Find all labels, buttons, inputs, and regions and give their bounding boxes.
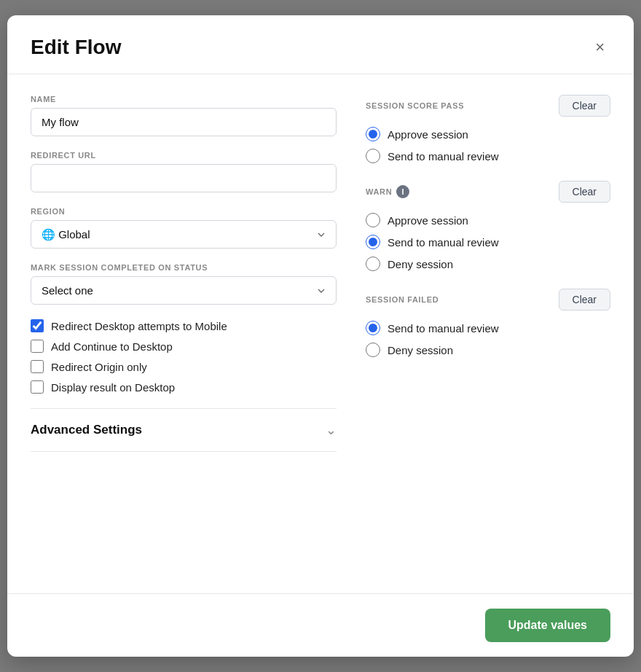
- left-column: NAME REDIRECT URL REGION 🌐 Global MARK S…: [31, 95, 337, 573]
- session-score-pass-section: SESSION SCORE PASS Clear Approve session…: [366, 95, 610, 163]
- advanced-settings-label: Advanced Settings: [31, 423, 142, 437]
- session-score-pass-radio-group: Approve session Send to manual review: [366, 127, 610, 163]
- warn-manual-review-label: Send to manual review: [388, 236, 499, 249]
- advanced-settings-section[interactable]: Advanced Settings ⌄: [31, 408, 337, 452]
- add-continue-desktop-checkbox[interactable]: [31, 340, 44, 353]
- edit-flow-modal: Edit Flow × NAME REDIRECT URL REGION 🌐 G…: [7, 15, 634, 657]
- redirect-url-field-group: REDIRECT URL: [31, 151, 337, 192]
- region-select[interactable]: 🌐 Global: [31, 220, 337, 249]
- warn-header: WARN i Clear: [366, 181, 610, 203]
- session-score-pass-approve-radio[interactable]: [366, 127, 380, 141]
- warn-manual-review-radio[interactable]: [366, 235, 380, 249]
- session-failed-header: SESSION FAILED Clear: [366, 289, 610, 310]
- session-failed-section: SESSION FAILED Clear Send to manual revi…: [366, 289, 610, 357]
- warn-deny-radio[interactable]: [366, 257, 380, 271]
- session-failed-deny-radio[interactable]: [366, 343, 380, 357]
- warn-deny-label: Deny session: [388, 258, 453, 270]
- modal-header: Edit Flow ×: [7, 15, 634, 74]
- session-failed-manual-review-radio[interactable]: [366, 321, 380, 335]
- session-score-pass-approve-row[interactable]: Approve session: [366, 127, 610, 141]
- redirect-desktop-checkbox[interactable]: [31, 319, 44, 332]
- warn-approve-radio[interactable]: [366, 213, 380, 227]
- session-score-pass-manual-review-label: Send to manual review: [388, 150, 499, 163]
- chevron-down-icon: ⌄: [326, 422, 337, 438]
- mark-session-select[interactable]: Select one: [31, 276, 337, 305]
- redirect-origin-only-label: Redirect Origin only: [51, 361, 147, 373]
- display-result-desktop-checkbox[interactable]: [31, 380, 44, 394]
- session-failed-deny-row[interactable]: Deny session: [366, 343, 610, 357]
- update-values-button[interactable]: Update values: [485, 609, 610, 642]
- add-continue-desktop-checkbox-row[interactable]: Add Continue to Desktop: [31, 340, 337, 353]
- warn-manual-review-row[interactable]: Send to manual review: [366, 235, 610, 249]
- modal-body: NAME REDIRECT URL REGION 🌐 Global MARK S…: [7, 74, 634, 593]
- add-continue-desktop-label: Add Continue to Desktop: [51, 340, 173, 353]
- warn-section: WARN i Clear Approve session Send to man…: [366, 181, 610, 271]
- session-score-pass-approve-label: Approve session: [388, 128, 468, 141]
- warn-approve-label: Approve session: [388, 214, 468, 227]
- warn-radio-group: Approve session Send to manual review De…: [366, 213, 610, 271]
- region-label: REGION: [31, 207, 337, 216]
- warn-approve-row[interactable]: Approve session: [366, 213, 610, 227]
- modal-footer: Update values: [7, 593, 634, 657]
- session-failed-manual-review-label: Send to manual review: [388, 322, 499, 335]
- right-column: SESSION SCORE PASS Clear Approve session…: [366, 95, 610, 573]
- redirect-url-label: REDIRECT URL: [31, 151, 337, 160]
- session-failed-radio-group: Send to manual review Deny session: [366, 321, 610, 357]
- redirect-origin-only-checkbox-row[interactable]: Redirect Origin only: [31, 360, 337, 373]
- redirect-origin-only-checkbox[interactable]: [31, 360, 44, 373]
- modal-title: Edit Flow: [31, 36, 121, 59]
- checkboxes-section: Redirect Desktop attempts to Mobile Add …: [31, 319, 337, 394]
- redirect-url-input[interactable]: [31, 164, 337, 192]
- session-score-pass-clear-button[interactable]: Clear: [559, 95, 610, 117]
- warn-deny-row[interactable]: Deny session: [366, 257, 610, 271]
- display-result-desktop-label: Display result on Desktop: [51, 381, 175, 394]
- session-failed-deny-label: Deny session: [388, 344, 453, 356]
- session-failed-manual-review-row[interactable]: Send to manual review: [366, 321, 610, 335]
- close-button[interactable]: ×: [589, 36, 610, 58]
- session-score-pass-manual-review-radio[interactable]: [366, 149, 380, 163]
- session-score-pass-label: SESSION SCORE PASS: [366, 101, 464, 110]
- warn-info-icon[interactable]: i: [396, 185, 409, 198]
- region-field-group: REGION 🌐 Global: [31, 207, 337, 249]
- session-score-pass-header: SESSION SCORE PASS Clear: [366, 95, 610, 117]
- name-input[interactable]: [31, 108, 337, 136]
- session-failed-label: SESSION FAILED: [366, 295, 439, 304]
- mark-session-label: MARK SESSION COMPLETED ON STATUS: [31, 263, 337, 272]
- session-score-pass-manual-review-row[interactable]: Send to manual review: [366, 149, 610, 163]
- redirect-desktop-label: Redirect Desktop attempts to Mobile: [51, 320, 227, 332]
- warn-label: WARN i: [366, 185, 409, 198]
- warn-clear-button[interactable]: Clear: [559, 181, 610, 203]
- display-result-desktop-checkbox-row[interactable]: Display result on Desktop: [31, 380, 337, 394]
- mark-session-field-group: MARK SESSION COMPLETED ON STATUS Select …: [31, 263, 337, 305]
- redirect-desktop-checkbox-row[interactable]: Redirect Desktop attempts to Mobile: [31, 319, 337, 332]
- session-failed-clear-button[interactable]: Clear: [559, 289, 610, 310]
- name-field-group: NAME: [31, 95, 337, 136]
- name-label: NAME: [31, 95, 337, 103]
